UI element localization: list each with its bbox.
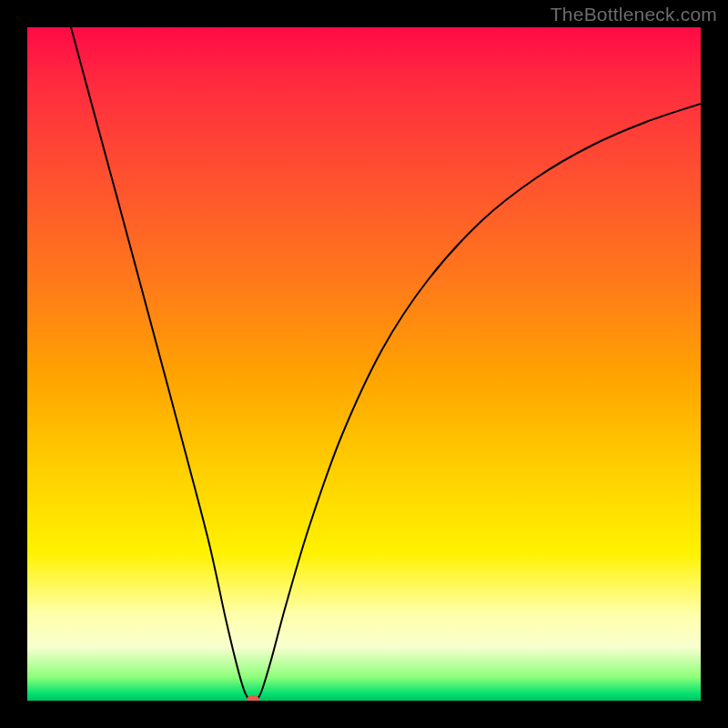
- watermark-text: TheBottleneck.com: [551, 4, 717, 25]
- curve-right-branch: [258, 104, 701, 699]
- curve-left-branch: [71, 27, 248, 699]
- chart-frame: TheBottleneck.com: [0, 0, 728, 728]
- curve-svg: [27, 27, 701, 701]
- minimum-marker: [247, 695, 259, 701]
- plot-area: [27, 27, 701, 701]
